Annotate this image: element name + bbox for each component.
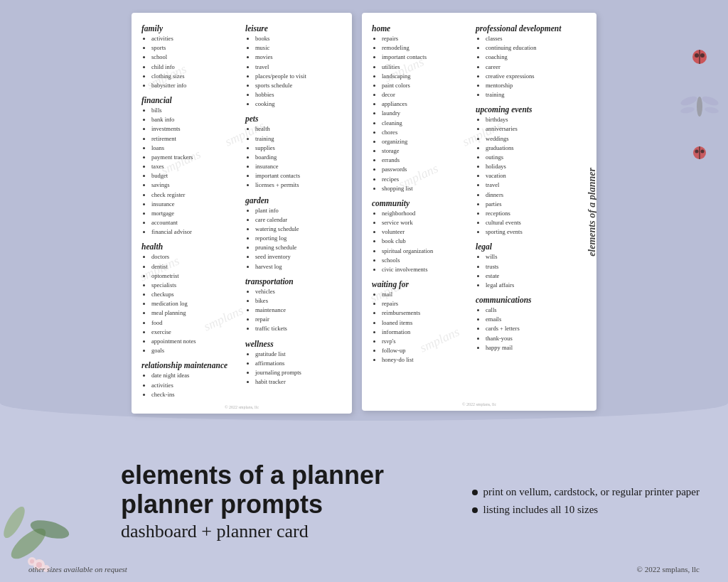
section-title-professional: professional development: [476, 24, 572, 33]
section-title-financial: financial: [141, 96, 238, 104]
svg-point-15: [0, 504, 28, 541]
section-title-waiting: waiting for: [372, 280, 469, 289]
list-item: honey-do list: [382, 355, 469, 365]
list-item: sports: [151, 43, 238, 53]
list-item: travel: [486, 180, 572, 190]
section-title-upcoming: upcoming events: [476, 105, 572, 114]
bottom-title-main: elements of a planner: [121, 460, 458, 490]
list-item: harvest log: [255, 262, 342, 271]
list-item: books: [255, 34, 342, 43]
list-item: places/people to visit: [255, 72, 342, 81]
list-item: cultural events: [486, 218, 572, 227]
list-item: follow-up: [382, 346, 469, 355]
list-item: pruning schedule: [255, 243, 342, 252]
bottom-left: elements of a planner planner prompts da…: [28, 460, 458, 542]
section-title-legal: legal: [476, 242, 572, 251]
svg-point-1: [695, 53, 699, 58]
list-item: checkups: [151, 290, 238, 299]
right-card-columns: home repairs remodeling important contac…: [372, 24, 572, 368]
list-item: wills: [486, 252, 572, 262]
list-item: appointment notes: [151, 337, 238, 346]
section-list-legal: wills trusts estate legal affairs: [476, 252, 572, 290]
bullet-dot-0: [472, 490, 478, 495]
list-item: taxes: [151, 162, 238, 171]
svg-point-10: [695, 150, 699, 153]
list-item: meal planning: [151, 308, 238, 318]
list-item: traffic tickets: [255, 324, 342, 333]
main-container: smplans smplans smplans smplans smplans …: [0, 0, 728, 582]
list-item: receptions: [486, 209, 572, 218]
list-item: spiritual organization: [382, 247, 469, 256]
list-item: sports schedule: [255, 81, 342, 90]
list-item: birthdays: [486, 115, 572, 124]
list-item: trusts: [486, 262, 572, 271]
list-item: neighborhood: [382, 209, 469, 218]
section-title-communications: communications: [476, 296, 572, 304]
list-item: savings: [151, 180, 238, 190]
section-title-leisure: leisure: [245, 24, 342, 33]
list-item: important contacts: [382, 53, 469, 62]
list-item: specialists: [151, 281, 238, 290]
list-item: repair: [255, 315, 342, 324]
section-title-wellness: wellness: [245, 340, 342, 348]
bullet-dot-1: [472, 507, 478, 513]
right-col2: professional development classes continu…: [476, 24, 572, 368]
list-item: gratitude list: [255, 350, 342, 359]
list-item: plant info: [255, 206, 342, 215]
list-item: date night ideas: [151, 371, 238, 380]
section-title-relationship: relationship maintenance: [141, 361, 238, 370]
list-item: accountant: [151, 218, 238, 227]
list-item: habit tracker: [255, 377, 342, 387]
list-item: cards + letters: [486, 324, 572, 333]
list-item: cooking: [255, 99, 342, 109]
list-item: storage: [382, 146, 469, 156]
list-item: paint colors: [382, 81, 469, 90]
section-list-health: doctors dentist optometrist specialists …: [141, 252, 238, 355]
list-item: seed inventory: [255, 252, 342, 262]
right-card-inner: home repairs remodeling important contac…: [372, 24, 587, 368]
list-item: bikes: [255, 296, 342, 306]
section-title-home: home: [372, 24, 469, 33]
top-section: smplans smplans smplans smplans smplans …: [0, 0, 728, 421]
list-item: payment trackers: [151, 153, 238, 162]
list-item: civic involvements: [382, 265, 469, 274]
list-item: cleaning: [382, 119, 469, 128]
bullet-item-1: listing includes all 10 sizes: [472, 504, 700, 516]
list-item: graduations: [486, 144, 572, 153]
section-list-garden: plant info care calendar watering schedu…: [245, 206, 342, 271]
bullet-text-1: listing includes all 10 sizes: [483, 504, 599, 516]
list-item: check register: [151, 190, 238, 200]
vertical-text-container: elements of a planner: [582, 13, 596, 411]
left-card-columns: family activities sports school child in…: [141, 24, 342, 402]
bottom-title-tagline: dashboard + planner card: [121, 521, 458, 542]
list-item: dentist: [151, 262, 238, 271]
list-item: rsvp's: [382, 337, 469, 346]
list-item: continuing education: [486, 43, 572, 53]
list-item: mail: [382, 290, 469, 299]
section-list-waiting: mail repairs reimbursements loaned items…: [372, 290, 469, 365]
section-title-garden: garden: [245, 196, 342, 205]
list-item: reimbursements: [382, 308, 469, 318]
right-col1: home repairs remodeling important contac…: [372, 24, 469, 368]
list-item: repairs: [382, 299, 469, 308]
bottom-right: print on vellum, cardstock, or regular p…: [458, 486, 700, 516]
section-list-home: repairs remodeling important contacts ut…: [372, 34, 469, 193]
deco-right-insects: [678, 43, 721, 173]
list-item: career: [486, 63, 572, 72]
bottom-section: elements of a planner planner prompts da…: [0, 421, 728, 582]
svg-point-2: [700, 53, 705, 58]
list-item: child info: [151, 63, 238, 72]
list-item: remodeling: [382, 43, 469, 53]
bullet-item-0: print on vellum, cardstock, or regular p…: [472, 486, 700, 498]
list-item: estate: [486, 271, 572, 281]
list-item: doctors: [151, 252, 238, 262]
svg-point-20: [30, 559, 34, 564]
list-item: thank-yous: [486, 334, 572, 343]
right-planner-card: smplans smplans smplans smplans smplans …: [362, 13, 596, 411]
svg-point-11: [701, 150, 705, 153]
list-item: parties: [486, 200, 572, 209]
list-item: repairs: [382, 34, 469, 43]
list-item: creative expressions: [486, 72, 572, 81]
bottom-footer: other sizes available on request: [28, 565, 127, 573]
list-item: dinners: [486, 190, 572, 200]
